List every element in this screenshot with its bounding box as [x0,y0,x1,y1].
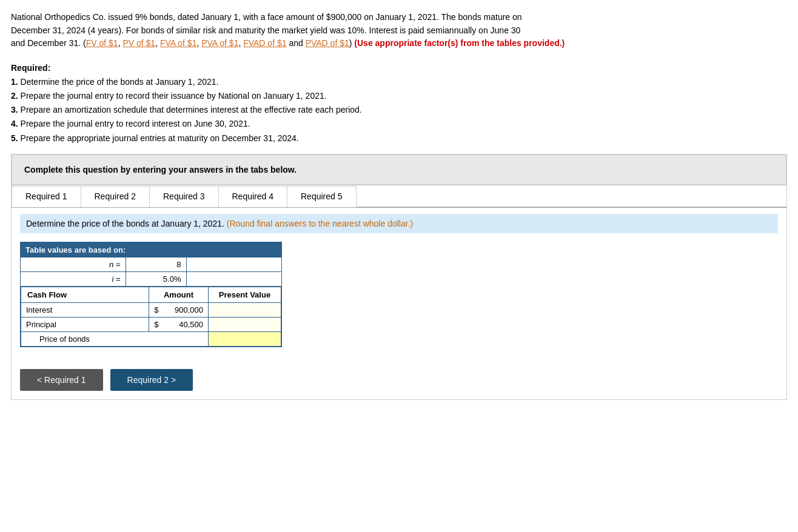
i-label: i = [21,272,126,286]
table-values-heading: Table values are based on: [25,245,126,254]
tab-required4[interactable]: Required 4 [218,186,288,207]
tab-instruction-orange: (Round final answers to the nearest whol… [227,219,413,228]
req5: 5. Prepare the appropriate journal entri… [11,131,787,145]
principal-dollar: $ [149,317,160,331]
table-values-header: Table values are based on: [21,242,281,258]
tab-instruction-bar: Determine the price of the bonds at Janu… [20,214,778,233]
table-values-box: Table values are based on: n = i = [20,242,282,347]
n-empty [187,258,282,271]
prev-button[interactable]: < Required 1 [20,369,103,391]
req2: 2. Prepare the journal entry to record t… [11,89,787,103]
price-pv-input[interactable] [213,334,276,344]
row-interest: Interest $ 900,000 [21,302,281,317]
price-of-bonds-pv[interactable] [209,331,281,346]
tab-required2[interactable]: Required 2 [81,186,150,207]
prev-label: < Required 1 [37,375,86,385]
link-fva[interactable]: FVA of $1 [160,38,196,48]
principal-pv[interactable] [209,317,281,331]
i-input[interactable] [131,274,181,284]
interest-pv-input[interactable] [213,305,276,314]
required-section: Required: 1. Determine the price of the … [11,61,787,145]
tabs-row: Required 1 Required 2 Required 3 Require… [12,185,786,208]
n-label: n = [21,258,126,271]
principal-label: Principal [21,317,149,331]
tab-instruction-plain: Determine the price of the bonds at Janu… [26,219,224,228]
instruction-box: Complete this question by entering your … [12,155,786,185]
principal-pv-input[interactable] [213,320,276,329]
interest-pv[interactable] [209,302,281,317]
bold-red-instruction: (Use appropriate factor(s) from the tabl… [354,38,565,48]
cash-flow-table: Cash Flow Amount Present Value Interest … [21,287,281,347]
tabs-wrapper: Required 1 Required 2 Required 3 Require… [11,185,787,400]
next-button[interactable]: Required 2 > [110,369,193,391]
problem-line1: National Orthopedics Co. issued 9% bonds… [11,12,522,22]
row-principal: Principal $ 40,500 [21,317,281,331]
col-present-value: Present Value [209,287,281,302]
interest-amount: 900,000 [160,302,209,317]
interest-label: Interest [21,302,149,317]
n-value[interactable] [126,258,187,271]
req3: 3. Prepare an amortization schedule that… [11,103,787,117]
problem-line2: December 31, 2024 (4 years). For bonds o… [11,25,520,35]
interest-dollar: $ [149,302,160,317]
n-row: n = [21,258,281,272]
i-empty [187,272,282,286]
problem-line3: and December 31. ( [11,38,86,48]
i-row: i = [21,272,281,287]
tab-required1[interactable]: Required 1 [12,186,81,207]
tab-content: Determine the price of the bonds at Janu… [12,208,786,399]
link-fv[interactable]: FV of $1 [86,38,118,48]
tab-required3[interactable]: Required 3 [149,186,219,207]
row-price-of-bonds: Price of bonds [21,331,281,346]
link-pva[interactable]: PVA of $1 [201,38,238,48]
problem-text: National Orthopedics Co. issued 9% bonds… [11,11,787,50]
req4: 4. Prepare the journal entry to record i… [11,117,787,131]
link-pvad[interactable]: PVAD of $1 [306,38,349,48]
nav-buttons: < Required 1 Required 2 > [20,369,778,391]
principal-amount: 40,500 [160,317,209,331]
instruction-text: Complete this question by entering your … [24,165,297,175]
req1: 1. Determine the price of the bonds at J… [11,75,787,89]
tab-required5[interactable]: Required 5 [287,186,357,207]
price-of-bonds-label: Price of bonds [21,331,209,346]
link-fvad[interactable]: FVAD of $1 [243,38,286,48]
col-cash-flow: Cash Flow [21,287,149,302]
link-pv[interactable]: PV of $1 [122,38,155,48]
next-label: Required 2 > [127,375,176,385]
instruction-wrapper: Complete this question by entering your … [11,154,787,185]
n-input[interactable] [131,260,181,269]
col-amount: Amount [149,287,209,302]
required-heading: Required: [11,63,50,73]
i-value[interactable] [126,272,187,286]
